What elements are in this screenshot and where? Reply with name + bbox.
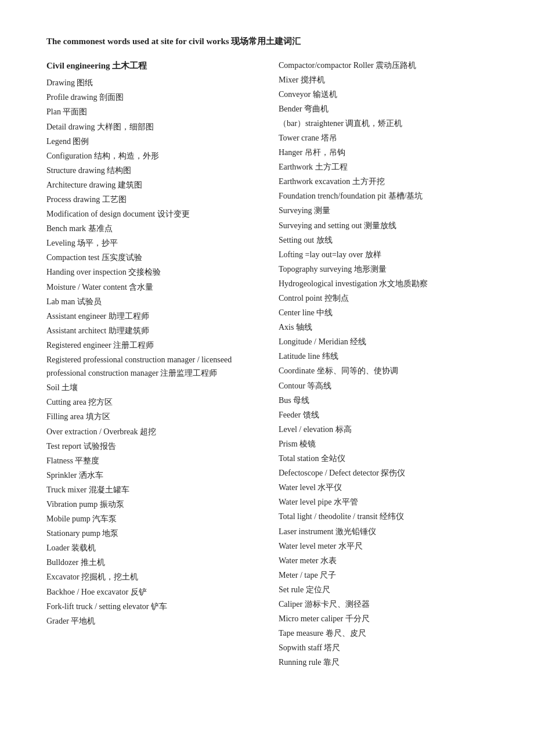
list-item: Configuration 结构，构造，外形 — [46, 149, 255, 163]
list-item: Modification of design document 设计变更 — [46, 207, 255, 221]
list-item: Over extraction / Overbreak 超挖 — [46, 425, 255, 438]
list-item: Hydrogeological investigation 水文地质勘察 — [279, 277, 488, 290]
list-item: Profile drawing 剖面图 — [46, 91, 255, 104]
list-item: Lab man 试验员 — [46, 295, 255, 308]
section-heading-en: Civil engineering — [46, 61, 110, 70]
list-item: Surveying and setting out 测量放线 — [279, 219, 488, 232]
list-item: Latitude line 纬线 — [279, 350, 488, 363]
title-en: The commonest words used at site for civ… — [46, 37, 229, 46]
list-item: Compactor/compactor Roller 震动压路机 — [279, 59, 488, 72]
list-item: Assistant engineer 助理工程师 — [46, 309, 255, 323]
list-item: Compaction test 压实度试验 — [46, 251, 255, 264]
list-item: Stationary pump 地泵 — [46, 527, 255, 540]
list-item: Handing over inspection 交接检验 — [46, 265, 255, 279]
list-item: Topography surveying 地形测量 — [279, 262, 488, 276]
list-item: Moisture / Water content 含水量 — [46, 280, 255, 294]
list-item: Grader 平地机 — [46, 614, 255, 628]
list-item: Assistant architect 助理建筑师 — [46, 324, 255, 337]
list-item: Filling area 填方区 — [46, 410, 255, 423]
title-zh: 现场常用土建词汇 — [231, 37, 301, 46]
list-item: Surveying 测量 — [279, 204, 488, 217]
list-item: Architecture drawing 建筑图 — [46, 178, 255, 192]
list-item: Conveyor 输送机 — [279, 88, 488, 101]
list-item: Axis 轴线 — [279, 321, 488, 334]
list-item: Earthwork excavation 土方开挖 — [279, 175, 488, 188]
list-item: Loader 装载机 — [46, 541, 255, 555]
list-item: Process drawing 工艺图 — [46, 193, 255, 206]
left-entries: Drawing 图纸Profile drawing 剖面图Plan 平面图Det… — [46, 76, 255, 628]
list-item: Tape measure 卷尺、皮尺 — [279, 627, 488, 640]
list-item: Total light / theodolite / transit 经纬仪 — [279, 510, 488, 523]
list-item: Registered professional construction man… — [46, 353, 255, 380]
list-item: Drawing 图纸 — [46, 76, 255, 89]
list-item: Center line 中线 — [279, 306, 488, 319]
list-item: Fork-lift truck / setting elevator 铲车 — [46, 600, 255, 613]
list-item: Earthwork 土方工程 — [279, 160, 488, 174]
list-item: Setting out 放线 — [279, 233, 488, 247]
page-title: The commonest words used at site for civ… — [46, 35, 488, 48]
list-item: Caliper 游标卡尺、测径器 — [279, 597, 488, 611]
list-item: Structure drawing 结构图 — [46, 164, 255, 177]
list-item: Mixer 搅拌机 — [279, 73, 488, 87]
list-item: Lofting =lay out=lay over 放样 — [279, 248, 488, 261]
section-heading: Civil engineering 土木工程 — [46, 59, 255, 73]
list-item: Level / elevation 标高 — [279, 423, 488, 436]
list-item: Tower crane 塔吊 — [279, 131, 488, 145]
left-column: Civil engineering 土木工程 Drawing 图纸Profile… — [46, 59, 255, 671]
list-item: Backhoe / Hoe excavator 反铲 — [46, 585, 255, 599]
main-content: Civil engineering 土木工程 Drawing 图纸Profile… — [46, 59, 488, 671]
list-item: Defectoscope / Defect detector 探伤仪 — [279, 466, 488, 480]
list-item: Micro meter caliper 千分尺 — [279, 612, 488, 625]
list-item: Registered engineer 注册工程师 — [46, 339, 255, 352]
list-item: （bar）straightener 调直机，矫正机 — [279, 117, 488, 130]
list-item: Bench mark 基准点 — [46, 222, 255, 235]
list-item: Legend 图例 — [46, 135, 255, 148]
list-item: Soil 土壤 — [46, 381, 255, 394]
list-item: Water level 水平仪 — [279, 481, 488, 494]
list-item: Water meter 水表 — [279, 554, 488, 567]
list-item: Flatness 平整度 — [46, 454, 255, 467]
list-item: Laser instrument 激光铅锤仪 — [279, 525, 488, 538]
list-item: Bulldozer 推土机 — [46, 556, 255, 569]
list-item: Detail drawing 大样图，细部图 — [46, 120, 255, 134]
list-item: Test report 试验报告 — [46, 440, 255, 453]
list-item: Leveling 场平，抄平 — [46, 236, 255, 250]
list-item: Control point 控制点 — [279, 291, 488, 305]
list-item: Plan 平面图 — [46, 105, 255, 118]
right-entries: Compactor/compactor Roller 震动压路机Mixer 搅拌… — [279, 59, 488, 669]
list-item: Set rule 定位尺 — [279, 583, 488, 596]
list-item: Sopwith staff 塔尺 — [279, 641, 488, 654]
list-item: Water level meter 水平尺 — [279, 539, 488, 553]
list-item: Contour 等高线 — [279, 379, 488, 393]
list-item: Vibration pump 振动泵 — [46, 498, 255, 511]
list-item: Truck mixer 混凝土罐车 — [46, 483, 255, 496]
list-item: Cutting area 挖方区 — [46, 395, 255, 409]
list-item: Coordinate 坐标、同等的、使协调 — [279, 364, 488, 377]
list-item: Mobile pump 汽车泵 — [46, 512, 255, 525]
list-item: Longitude / Meridian 经线 — [279, 335, 488, 348]
list-item: Prism 棱镜 — [279, 437, 488, 451]
list-item: Bus 母线 — [279, 394, 488, 407]
list-item: Running rule 靠尺 — [279, 656, 488, 669]
list-item: Total station 全站仪 — [279, 452, 488, 465]
list-item: Sprinkler 洒水车 — [46, 469, 255, 482]
list-item: Hanger 吊杆，吊钩 — [279, 146, 488, 159]
section-heading-zh: 土木工程 — [112, 61, 147, 70]
list-item: Foundation trench/foundation pit 基槽/基坑 — [279, 189, 488, 203]
list-item: Water level pipe 水平管 — [279, 495, 488, 509]
list-item: Excavator 挖掘机，挖土机 — [46, 570, 255, 584]
list-item: Bender 弯曲机 — [279, 102, 488, 116]
list-item: Feeder 馈线 — [279, 408, 488, 422]
right-column: Compactor/compactor Roller 震动压路机Mixer 搅拌… — [279, 59, 488, 671]
list-item: Meter / tape 尺子 — [279, 568, 488, 582]
